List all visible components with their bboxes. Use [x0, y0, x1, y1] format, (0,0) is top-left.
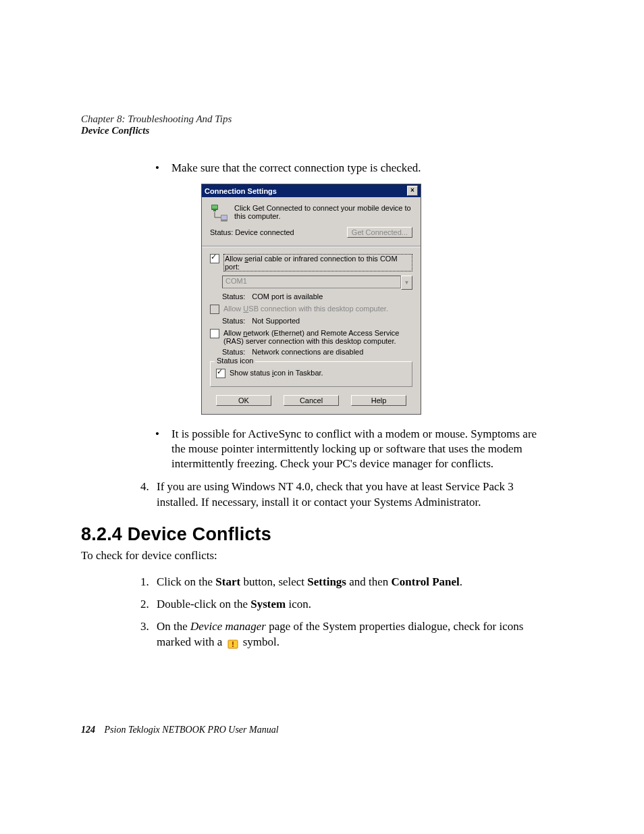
list-number: 3. [140, 619, 157, 650]
device-status: Status: Device connected [210, 228, 294, 236]
footer-text: Psion Teklogix NETBOOK PRO User Manual [105, 725, 279, 735]
divider [202, 246, 421, 247]
bullet-list-2: • It is possible for ActiveSync to confl… [155, 427, 554, 471]
close-icon[interactable]: × [407, 186, 418, 196]
list-item: 1. Click on the Start button, select Set… [140, 575, 554, 590]
ok-button[interactable]: OK [216, 395, 271, 406]
usb-checkbox[interactable] [210, 305, 219, 314]
serial-status-row: Status: COM port is available [222, 292, 412, 301]
list-number: 1. [140, 575, 157, 590]
bullet-mark: • [155, 427, 171, 471]
warning-icon [227, 638, 238, 648]
serial-checkbox[interactable] [210, 254, 219, 263]
get-connected-button[interactable]: Get Connected... [347, 227, 412, 238]
serial-checkbox-row: Allow serial cable or infrared connectio… [210, 254, 412, 271]
network-checkbox[interactable] [210, 329, 219, 338]
status-icon-fieldset: Status icon Show status icon in Taskbar. [210, 361, 412, 387]
list-number: 2. [140, 597, 157, 613]
list-item: 4. If you are using Windows NT 4.0, chec… [140, 479, 554, 511]
fieldset-legend: Status icon [215, 357, 255, 365]
list-item: 2. Double-click on the System icon. [140, 597, 554, 613]
com-port-combo[interactable]: COM1 ▼ [222, 276, 412, 290]
list-item: 3. On the Device manager page of the Sys… [140, 619, 554, 650]
list-item: • Make sure that the correct connection … [155, 161, 554, 176]
svg-rect-6 [232, 642, 234, 645]
dialog-instruction: Click Get Connected to connect your mobi… [234, 204, 412, 220]
step-text: Double-click on the System icon. [157, 597, 311, 613]
usb-checkbox-row: Allow USB connection with this desktop c… [210, 305, 412, 314]
dialog-top: Click Get Connected to connect your mobi… [210, 204, 412, 238]
usb-status-row: Status: Not Supported [222, 317, 412, 325]
page-number: 124 [81, 725, 95, 735]
bullet-mark: • [155, 161, 171, 176]
page-footer: 124 Psion Teklogix NETBOOK PRO User Manu… [81, 725, 279, 735]
network-checkbox-row: Allow network (Ethernet) and Remote Acce… [210, 329, 412, 345]
network-status-row: Status: Network connections are disabled [222, 348, 412, 356]
bullet-list: • Make sure that the correct connection … [155, 161, 554, 176]
step-text: Click on the Start button, select Settin… [157, 575, 462, 590]
svg-rect-7 [232, 646, 234, 647]
device-conflicts-steps: 1. Click on the Start button, select Set… [140, 575, 554, 650]
chapter-header: Chapter 8: Troubleshooting And Tips [81, 113, 554, 125]
svg-rect-4 [221, 215, 227, 219]
show-icon-label: Show status icon in Taskbar. [230, 369, 323, 377]
titlebar: Connection Settings × [202, 184, 421, 197]
bullet-text: Make sure that the correct connection ty… [171, 161, 421, 176]
dialog-body: Click Get Connected to connect your mobi… [202, 197, 421, 414]
show-icon-checkbox[interactable] [216, 369, 225, 378]
svg-rect-1 [212, 205, 217, 209]
section-heading: 8.2.4 Device Conflicts [81, 524, 554, 545]
serial-checkbox-label: Allow serial cable or infrared connectio… [223, 254, 412, 271]
connection-settings-dialog: Connection Settings × Click Get Connecte… [201, 184, 421, 415]
list-number: 4. [140, 479, 157, 511]
numbered-list: 4. If you are using Windows NT 4.0, chec… [140, 479, 554, 511]
bullet-text: It is possible for ActiveSync to conflic… [171, 427, 554, 471]
show-icon-row: Show status icon in Taskbar. [216, 369, 406, 378]
com-port-value: COM1 [222, 276, 401, 288]
network-checkbox-label: Allow network (Ethernet) and Remote Acce… [223, 329, 412, 345]
help-button[interactable]: Help [351, 395, 406, 406]
section-intro: To check for device conflicts: [81, 549, 554, 563]
usb-checkbox-label: Allow USB connection with this desktop c… [223, 305, 388, 313]
dialog-title: Connection Settings [205, 187, 277, 195]
step-text: On the Device manager page of the System… [157, 619, 554, 650]
cancel-button[interactable]: Cancel [284, 395, 339, 406]
page-content: Chapter 8: Troubleshooting And Tips Devi… [81, 113, 554, 657]
device-sync-icon [210, 204, 229, 223]
svg-rect-2 [213, 210, 216, 211]
dialog-button-row: OK Cancel Help [210, 395, 412, 406]
section-subtitle: Device Conflicts [81, 125, 554, 136]
list-item: • It is possible for ActiveSync to confl… [155, 427, 554, 471]
chevron-down-icon[interactable]: ▼ [401, 276, 412, 290]
step-text: If you are using Windows NT 4.0, check t… [157, 479, 554, 511]
